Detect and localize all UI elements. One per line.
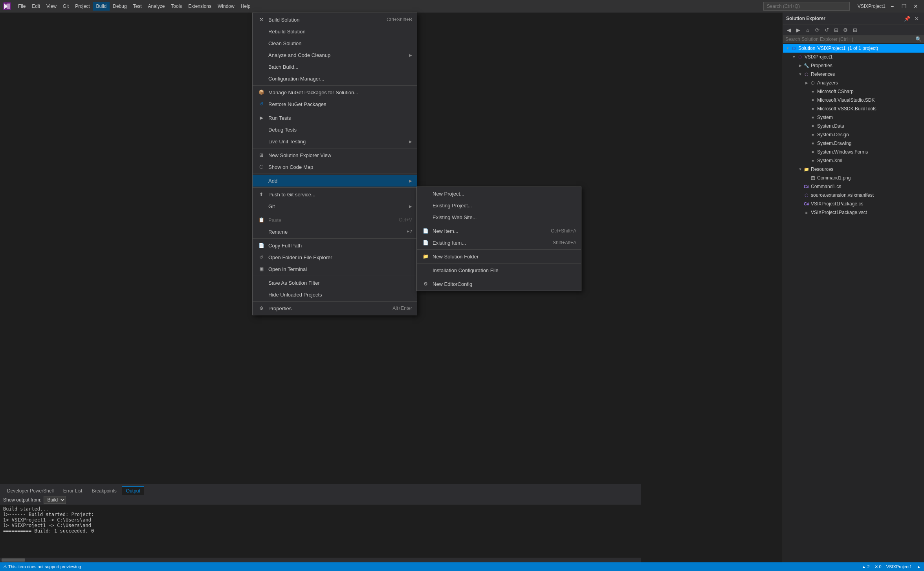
close-button[interactable]: ✕ — [911, 1, 921, 11]
tree-row-ref-mscsharp[interactable]: ▶ ■ Microsoft.CSharp — [783, 87, 924, 96]
cm-add-existing-project[interactable]: Existing Project... — [417, 199, 581, 211]
cm-label-clean-solution: Clean Solution — [268, 40, 412, 46]
cm-properties[interactable]: ⚙ Properties Alt+Enter — [253, 302, 417, 314]
se-pin-button[interactable]: 📌 — [903, 14, 911, 23]
global-search-input[interactable] — [763, 2, 850, 11]
cm-config-manager[interactable]: Configuration Manager... — [253, 73, 417, 84]
cm-analyze-cleanup[interactable]: Analyze and Code Cleanup ▶ — [253, 49, 417, 61]
cm-paste[interactable]: 📋 Paste Ctrl+V — [253, 214, 417, 226]
push-git-icon: ⬆ — [257, 190, 265, 198]
csharp-icon: C# — [803, 183, 810, 190]
se-sync-button[interactable]: ⟳ — [813, 26, 821, 34]
menu-edit[interactable]: Edit — [29, 2, 43, 11]
menu-extensions[interactable]: Extensions — [185, 2, 214, 11]
menu-test[interactable]: Test — [130, 2, 145, 11]
se-toolbar: ◀ ▶ ⌂ ⟳ ↺ ⊟ ⚙ ⊞ — [783, 25, 924, 35]
cm-add-new-project[interactable]: New Project... — [417, 188, 581, 199]
tree-label-solution: Solution 'VSIXProject1' (1 of 1 project) — [798, 46, 878, 51]
se-collapse-button[interactable]: ⊟ — [832, 26, 840, 34]
existing-project-icon — [422, 201, 429, 209]
cm-clean-solution[interactable]: Clean Solution — [253, 37, 417, 49]
cm-add[interactable]: Add ▶ — [253, 175, 417, 187]
tab-breakpoints[interactable]: Breakpoints — [88, 486, 120, 495]
tree-row-resources[interactable]: ▼ 📁 Resources — [783, 165, 924, 174]
cm-batch-build[interactable]: Batch Build... — [253, 61, 417, 73]
cm-rebuild-solution[interactable]: Rebuild Solution — [253, 26, 417, 37]
minimize-button[interactable]: − — [887, 1, 897, 11]
menu-window[interactable]: Window — [214, 2, 238, 11]
cm-hide-unloaded[interactable]: Hide Unloaded Projects — [253, 289, 417, 300]
cm-new-solution-explorer-view[interactable]: ⊞ New Solution Explorer View — [253, 149, 417, 161]
cm-push-git[interactable]: ⬆ Push to Git service... — [253, 189, 417, 200]
new-view-icon: ⊞ — [257, 151, 265, 159]
cm-restore-nuget[interactable]: ↺ Restore NuGet Packages — [253, 98, 417, 110]
tree-row-ref-vssdk[interactable]: ▶ ■ Microsoft.VisualStudio.SDK — [783, 96, 924, 104]
tree-row-properties[interactable]: ▶ 🔧 Properties — [783, 61, 924, 70]
tree-row-command1png[interactable]: ▶ 🖼 Command1.png — [783, 174, 924, 182]
cm-live-unit-testing[interactable]: Live Unit Testing ▶ — [253, 135, 417, 147]
restore-button[interactable]: ❐ — [899, 1, 909, 11]
warning-count: ✕ 0 — [874, 564, 882, 569]
cm-label-debug-tests: Debug Tests — [268, 127, 412, 133]
cm-debug-tests[interactable]: Debug Tests — [253, 124, 417, 135]
se-search-input[interactable] — [785, 37, 914, 42]
tree-row-ref-system[interactable]: ▶ ■ System — [783, 113, 924, 122]
tab-output[interactable]: Output — [122, 486, 144, 495]
cm-build-solution[interactable]: ⚒ Build Solution Ctrl+Shift+B — [253, 14, 417, 26]
menu-tools[interactable]: Tools — [168, 2, 185, 11]
output-show-from: Show output from: Build — [0, 495, 641, 505]
se-home-button[interactable]: ⌂ — [803, 26, 812, 34]
se-close-button[interactable]: ✕ — [912, 14, 921, 23]
cm-save-solution-filter[interactable]: Save As Solution Filter — [253, 277, 417, 289]
se-forward-button[interactable]: ▶ — [794, 26, 803, 34]
cm-add-new-solution-folder[interactable]: 📁 New Solution Folder — [417, 251, 581, 262]
git-icon — [257, 202, 265, 210]
cm-rename[interactable]: Rename F2 — [253, 226, 417, 238]
clean-icon — [257, 39, 265, 47]
menu-view[interactable]: View — [43, 2, 60, 11]
cm-open-folder-explorer[interactable]: ↺ Open Folder in File Explorer — [253, 251, 417, 263]
cm-git[interactable]: Git ▶ — [253, 200, 417, 212]
horizontal-scrollbar[interactable] — [0, 558, 641, 562]
cm-show-code-map[interactable]: ⬡ Show on Code Map — [253, 161, 417, 173]
menu-project[interactable]: Project — [72, 2, 93, 11]
se-back-button[interactable]: ◀ — [785, 26, 793, 34]
tree-row-vsixproject[interactable]: ▼ ⬡ VSIXProject1 — [783, 53, 924, 61]
cm-add-editorconfig[interactable]: ⚙ New EditorConfig — [417, 278, 581, 290]
menu-analyze[interactable]: Analyze — [145, 2, 168, 11]
tree-row-ref-sysxml[interactable]: ▶ ■ System.Xml — [783, 156, 924, 165]
se-properties-button[interactable]: ⚙ — [841, 26, 850, 34]
tree-row-solution[interactable]: ▼ ⬡ Solution 'VSIXProject1' (1 of 1 proj… — [783, 44, 924, 53]
tree-row-command1cs[interactable]: ▶ C# Command1.cs — [783, 182, 924, 191]
se-filter-button[interactable]: ⊞ — [851, 26, 859, 34]
title-text: VSIXProject1 — [858, 4, 886, 9]
se-refresh-button[interactable]: ↺ — [822, 26, 831, 34]
cm-add-existing-website[interactable]: Existing Web Site... — [417, 211, 581, 223]
tree-row-ref-sysdrawing[interactable]: ▶ ■ System.Drawing — [783, 139, 924, 148]
tab-developer-powershell[interactable]: Developer PowerShell — [3, 486, 58, 495]
cm-copy-full-path[interactable]: 📄 Copy Full Path — [253, 240, 417, 251]
cm-add-new-item[interactable]: 📄 New Item... Ctrl+Shift+A — [417, 225, 581, 237]
menu-build[interactable]: Build — [93, 2, 110, 11]
cm-add-existing-item[interactable]: 📄 Existing Item... Shift+Alt+A — [417, 237, 581, 249]
tree-row-vsixpackagevsct[interactable]: ▶ ≡ VSIXProject1Package.vsct — [783, 208, 924, 217]
output-source-select[interactable]: Build — [44, 496, 66, 504]
manifest-icon: ⬡ — [803, 192, 810, 198]
cm-open-terminal[interactable]: ▣ Open in Terminal — [253, 263, 417, 275]
tab-error-list[interactable]: Error List — [59, 486, 86, 495]
menu-file[interactable]: File — [15, 2, 29, 11]
tree-row-ref-sysdesign[interactable]: ▶ ■ System.Design — [783, 130, 924, 139]
cm-manage-nuget[interactable]: 📦 Manage NuGet Packages for Solution... — [253, 86, 417, 98]
cm-add-install-config[interactable]: Installation Configuration File — [417, 264, 581, 276]
menu-help[interactable]: Help — [238, 2, 254, 11]
tree-row-references[interactable]: ▼ ⬡ References — [783, 70, 924, 79]
tree-row-vsixmanifest[interactable]: ▶ ⬡ source.extension.vsixmanifest — [783, 191, 924, 199]
menu-debug[interactable]: Debug — [110, 2, 130, 11]
tree-row-ref-vssdkbt[interactable]: ▶ ■ Microsoft.VSSDK.BuildTools — [783, 104, 924, 113]
tree-row-ref-sysdata[interactable]: ▶ ■ System.Data — [783, 122, 924, 130]
cm-run-tests[interactable]: ▶ Run Tests — [253, 112, 417, 124]
tree-row-ref-syswf[interactable]: ▶ ■ System.Windows.Forms — [783, 148, 924, 156]
tree-row-analyzers[interactable]: ▶ ⬡ Analyzers — [783, 79, 924, 87]
tree-row-vsixpackagecs[interactable]: ▶ C# VSIXProject1Package.cs — [783, 199, 924, 208]
menu-git[interactable]: Git — [60, 2, 72, 11]
